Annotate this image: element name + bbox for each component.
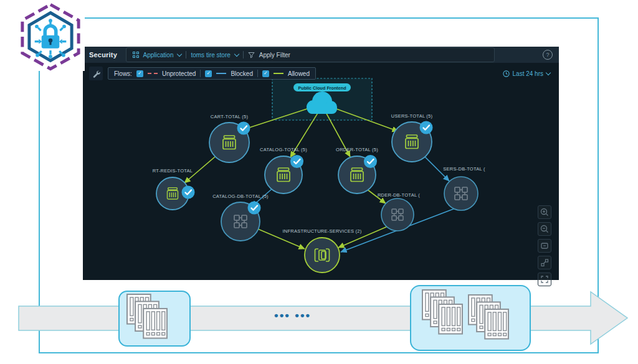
pipeline-ellipsis: ••• ••• (274, 309, 386, 322)
check-badge-icon (182, 186, 195, 199)
allowed-line-sample (274, 73, 283, 74)
node-infrastructure-services[interactable]: INFRASTRUCTURE-SERVICES (2) (282, 228, 361, 273)
wrench-icon (92, 70, 100, 78)
legend-label-unprotected: Unprotected (162, 70, 196, 77)
chevron-down-icon[interactable] (177, 51, 182, 56)
node-label: CATALOG-DB-TOTAL (5) (212, 194, 269, 199)
lock-icon (42, 26, 60, 48)
fullscreen-icon (540, 274, 550, 284)
node-label: RDER-DB-TOTAL ( (378, 192, 420, 198)
node-users-total[interactable]: USERS-TOTAL (5) (391, 113, 433, 162)
node-circle[interactable] (444, 177, 478, 210)
topology-graph: Public Cloud Frontend CART- (83, 63, 559, 280)
node-catalog-total[interactable]: CATALOG-TOTAL (5) (260, 147, 307, 194)
log-stack-box-small (118, 291, 191, 347)
cloud-group-label: Public Cloud Frontend (298, 85, 346, 91)
collapse-icon (540, 258, 550, 268)
legend-label-blocked: Blocked (231, 70, 253, 77)
zoom-out-icon (540, 224, 550, 234)
canvas-tools (538, 205, 551, 286)
separator (200, 70, 201, 77)
logo-icon (16, 2, 85, 71)
node-rt-redis-total[interactable]: RT-REDIS-TOTAL (153, 168, 195, 210)
blocked-line-sample (216, 73, 226, 74)
checkbox-blocked[interactable]: ✓ (205, 70, 212, 77)
view-selector[interactable]: Application (143, 52, 174, 58)
check-badge-icon (248, 202, 261, 215)
node-order-db-total[interactable]: RDER-DB-TOTAL ( (378, 192, 420, 231)
document-stack-icon (120, 292, 187, 343)
fit-to-screen-button[interactable] (538, 239, 551, 253)
node-label: CART-TOTAL (5) (211, 114, 249, 119)
node-catalog-db-total[interactable]: CATALOG-DB-TOTAL (5) (212, 194, 269, 241)
security-dashboard: Security Application toms tire store App… (83, 47, 559, 280)
collapse-button[interactable] (538, 256, 551, 269)
node-circle[interactable] (305, 238, 340, 273)
document-stacks-icon (411, 286, 527, 347)
clock-icon (503, 70, 510, 77)
graph-settings-button[interactable] (89, 67, 103, 80)
node-label: INFRASTRUCTURE-SERVICES (2) (282, 228, 361, 234)
separator (243, 51, 244, 58)
node-circle[interactable] (381, 198, 414, 231)
apply-filter-button[interactable]: Apply Filter (259, 52, 290, 58)
separator (186, 51, 186, 58)
node-label: ORDER-TOTAL (5) (336, 147, 378, 152)
unprotected-line-sample (148, 73, 158, 74)
node-label: SERS-DB-TOTAL ( (443, 166, 485, 172)
check-badge-icon (290, 155, 303, 168)
flows-legend: Flows: ✓ Unprotected ✓ Blocked ✓ Allowed (108, 67, 316, 80)
node-order-total[interactable]: ORDER-TOTAL (5) (336, 147, 378, 194)
check-badge-icon (237, 122, 250, 135)
application-view-icon (133, 52, 139, 58)
chevron-down-icon (546, 70, 551, 75)
checkbox-allowed[interactable]: ✓ (262, 70, 269, 77)
zoom-out-button[interactable] (538, 222, 551, 236)
legend-label-allowed: Allowed (288, 70, 310, 77)
fit-to-screen-icon (540, 241, 550, 251)
node-users-db-total[interactable]: SERS-DB-TOTAL ( (443, 166, 485, 210)
topbar-controls: Application toms tire store Apply Filter (126, 47, 495, 62)
page-title: Security (89, 51, 117, 58)
flows-label: Flows: (114, 70, 132, 77)
flows-filter-row: Flows: ✓ Unprotected ✓ Blocked ✓ Allowed… (89, 67, 550, 80)
chevron-down-icon[interactable] (234, 51, 239, 56)
time-range-selector[interactable]: Last 24 hrs (503, 70, 550, 77)
filter-icon[interactable] (248, 52, 255, 58)
node-cart-total[interactable]: CART-TOTAL (5) (209, 114, 250, 162)
help-icon[interactable]: ? (543, 50, 553, 60)
node-label: USERS-TOTAL (5) (391, 113, 433, 119)
dashboard-topbar: Security Application toms tire store App… (83, 47, 559, 63)
scope-selector[interactable]: toms tire store (191, 52, 230, 58)
check-badge-icon (364, 155, 377, 168)
log-stack-box-large (410, 285, 531, 351)
node-label: CATALOG-TOTAL (5) (260, 147, 307, 152)
check-badge-icon (420, 121, 433, 134)
node-label: RT-REDIS-TOTAL (153, 168, 193, 174)
distributed-cloud-security-logo (16, 2, 85, 71)
fullscreen-button[interactable] (538, 273, 551, 286)
zoom-in-button[interactable] (538, 205, 551, 219)
separator (257, 70, 258, 77)
time-range-label: Last 24 hrs (513, 70, 543, 77)
checkbox-unprotected[interactable]: ✓ (136, 70, 143, 77)
